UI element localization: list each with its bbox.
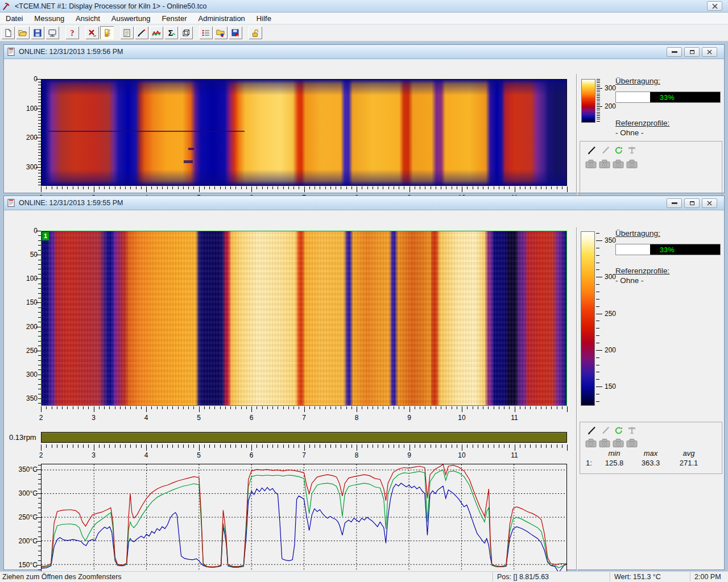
tick <box>509 444 510 448</box>
online-window-1-titlebar[interactable]: ONLINE: 12/31/2013 1:59:56 PM <box>4 45 724 59</box>
tick <box>38 288 41 289</box>
kiln-thermal-image-waterfall-view[interactable]: 1 <box>41 231 567 406</box>
tick <box>38 331 41 332</box>
color-scale-button[interactable] <box>100 26 114 39</box>
tick <box>199 444 200 451</box>
tick <box>188 186 189 189</box>
measurement-list-button[interactable] <box>199 26 213 39</box>
delete-measurement-button[interactable] <box>85 26 99 39</box>
tick <box>109 406 110 409</box>
draw-tool-button[interactable] <box>586 145 598 155</box>
lock-button[interactable] <box>249 26 262 39</box>
menu-ansicht[interactable]: Ansicht <box>70 13 106 24</box>
new-document-icon <box>3 28 13 38</box>
minimize-button[interactable] <box>667 198 682 208</box>
temperature-profile-chart[interactable] <box>41 464 567 576</box>
snapshot-button-3[interactable] <box>613 159 624 169</box>
tick <box>596 379 599 380</box>
tick <box>473 186 473 189</box>
tick <box>38 274 41 275</box>
refresh-tool-button[interactable] <box>613 145 624 155</box>
tick <box>38 365 41 365</box>
menu-messung[interactable]: Messung <box>28 13 70 24</box>
w2-referenzprofile-label: Referenzprofile: <box>615 267 669 275</box>
snapshot-button-4[interactable] <box>626 438 638 448</box>
title-bar[interactable]: <TCEM.NET #1: Display Processor for Kiln… <box>0 0 728 13</box>
snapshot-button-1[interactable] <box>585 438 597 448</box>
tick <box>541 444 541 448</box>
pen-tool-button[interactable] <box>600 145 611 155</box>
report-button[interactable] <box>120 26 134 39</box>
curves-button[interactable] <box>150 26 163 39</box>
draw-profile-button[interactable] <box>135 26 148 39</box>
close-button[interactable] <box>707 1 722 11</box>
restore-button[interactable] <box>684 198 700 208</box>
menu-auswertung[interactable]: Auswertung <box>106 13 156 24</box>
online-window-2-content: 1 050100150200250300350 234567891011 350… <box>5 210 723 569</box>
close-button[interactable] <box>702 198 717 208</box>
minimize-button[interactable] <box>667 47 682 57</box>
3d-view-button[interactable] <box>179 26 193 39</box>
snapshot-button-4[interactable] <box>626 159 638 169</box>
tick <box>38 355 41 356</box>
refresh-tool-button[interactable] <box>613 425 624 435</box>
restore-button[interactable] <box>684 47 700 57</box>
tick <box>320 406 320 409</box>
snapshot-button-1[interactable] <box>585 159 597 169</box>
tick <box>38 132 41 132</box>
pen-tool-button[interactable] <box>600 425 611 435</box>
display-button[interactable] <box>46 26 59 39</box>
draw-tool-button[interactable] <box>586 425 598 435</box>
tick <box>241 444 242 448</box>
tick <box>373 186 373 189</box>
snapshot-button-2[interactable] <box>599 438 610 448</box>
menu-hilfe[interactable]: Hilfe <box>251 13 277 24</box>
tick <box>457 444 457 448</box>
open-button[interactable] <box>16 26 30 39</box>
snapshot-button-2[interactable] <box>599 159 610 169</box>
tick <box>325 444 326 448</box>
dotted-list-icon <box>201 28 210 38</box>
marker-tool-button[interactable] <box>626 145 638 155</box>
tick <box>67 186 68 189</box>
tick <box>38 403 41 404</box>
tick <box>104 444 105 448</box>
close-button[interactable] <box>702 47 717 57</box>
new-button[interactable] <box>1 26 15 39</box>
tick <box>115 406 115 409</box>
menu-datei[interactable]: Datei <box>0 13 28 24</box>
tick <box>38 384 41 385</box>
tick <box>373 406 373 409</box>
pen-line-icon <box>137 28 146 38</box>
marker-tool-button[interactable] <box>626 425 638 435</box>
tick <box>115 186 115 189</box>
tick <box>596 357 599 358</box>
tick <box>146 406 147 412</box>
menu-administration[interactable]: Administration <box>192 13 250 24</box>
sum-button[interactable]: Σ <box>164 26 178 39</box>
tick <box>597 103 600 103</box>
tick <box>146 186 147 192</box>
tick <box>596 328 599 329</box>
tick <box>38 117 41 118</box>
online-window-2-titlebar[interactable]: ONLINE: 12/31/2013 1:59:55 PM <box>4 196 724 210</box>
help-button[interactable]: ? <box>65 26 79 39</box>
kiln-thermal-image-profile-view[interactable] <box>41 79 567 186</box>
tick <box>52 406 52 409</box>
load-profile-button[interactable] <box>214 26 228 39</box>
menu-fenster[interactable]: Fenster <box>156 13 192 24</box>
tick <box>546 406 547 409</box>
tick <box>304 406 305 412</box>
tick <box>446 406 446 409</box>
tick-label: 9 <box>407 451 411 459</box>
save-button[interactable] <box>31 26 44 39</box>
tick <box>383 406 383 409</box>
tick <box>38 99 41 100</box>
snapshot-button-3[interactable] <box>613 438 624 448</box>
save-profile-button[interactable] <box>229 26 242 39</box>
open-folder-icon <box>18 28 27 38</box>
tick <box>38 245 41 246</box>
tick <box>38 170 41 171</box>
tick <box>283 444 284 448</box>
tick-label: 5 <box>197 451 201 459</box>
